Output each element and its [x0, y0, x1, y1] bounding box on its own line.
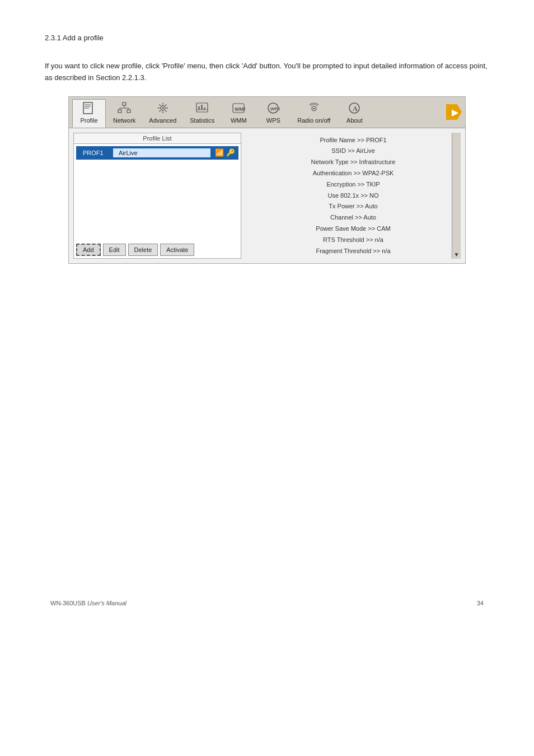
profile-row[interactable]: PROF1 AirLive 📶 🔑 [76, 146, 238, 160]
right-panel: Profile Name >> PROF1 SSID >> AirLive Ne… [246, 133, 461, 259]
statistics-tab-icon [195, 102, 209, 116]
tab-wmm-label: WMM [231, 117, 247, 124]
profile-ssid-cell: AirLive [113, 148, 210, 157]
edit-button[interactable]: Edit [103, 244, 126, 256]
profile-name-cell: PROF1 [79, 148, 113, 157]
right-container: Profile Name >> PROF1 SSID >> AirLive Ne… [246, 133, 461, 259]
tab-network[interactable]: Network [107, 99, 142, 127]
add-button[interactable]: Add [76, 244, 101, 256]
activate-button[interactable]: Activate [160, 244, 194, 256]
profile-list-header: Profile List [74, 133, 241, 144]
svg-line-19 [165, 110, 166, 111]
detail-tx-power: Tx Power >> Auto [249, 201, 457, 212]
svg-line-20 [165, 105, 166, 106]
svg-line-18 [159, 105, 160, 106]
tab-radio-label: Radio on/off [297, 117, 330, 124]
tab-network-label: Network [113, 117, 135, 124]
left-panel: Profile List PROF1 AirLive 📶 🔑 Add Edit … [73, 133, 241, 259]
description-text: If you want to click new profile, click … [45, 60, 489, 84]
detail-network-type: Network Type >> Infrastructure [249, 157, 457, 168]
detail-profile-name: Profile Name >> PROF1 [249, 135, 457, 146]
svg-rect-25 [201, 105, 203, 110]
scroll-down-arrow[interactable]: ▼ [452, 250, 461, 259]
footer-left: WN-360USB User's Manual [50, 600, 127, 606]
svg-rect-26 [204, 108, 205, 110]
tab-statistics-label: Statistics [190, 117, 214, 124]
network-tab-icon [118, 102, 131, 116]
svg-text:WPS: WPS [270, 106, 280, 111]
svg-rect-4 [83, 102, 85, 110]
tab-bar: Profile Network [69, 97, 465, 128]
detail-encryption: Encryption >> TKIP [249, 179, 457, 190]
wps-tab-icon: WPS [266, 102, 280, 116]
tab-wps-label: WPS [266, 117, 280, 124]
tab-advanced[interactable]: Advanced [143, 99, 182, 127]
profile-icons: 📶 🔑 [215, 148, 235, 157]
detail-authentication: Authentication >> WPA2-PSK [249, 168, 457, 179]
svg-text:WMM: WMM [235, 106, 245, 112]
wmm-tab-icon: WMM [232, 102, 245, 116]
detail-rts-threshold: RTS Threshold >> n/a [249, 235, 457, 246]
tab-statistics[interactable]: Statistics [184, 99, 221, 127]
detail-fragment-threshold: Fragment Threshold >> n/a [249, 246, 457, 257]
app-window: Profile Network [68, 96, 466, 264]
tab-profile-label: Profile [80, 117, 97, 124]
advanced-tab-icon [156, 102, 170, 116]
detail-ssid: SSID >> AirLive [249, 146, 457, 157]
forward-arrow-button[interactable]: ▶ [446, 104, 462, 120]
svg-text:A: A [353, 105, 358, 113]
tab-wmm[interactable]: WMM WMM [222, 99, 255, 127]
delete-button[interactable]: Delete [128, 244, 158, 256]
detail-power-save: Power Save Mode >> CAM [249, 223, 457, 235]
tab-about-label: About [346, 117, 363, 124]
profile-lock-icon: 🔑 [226, 148, 235, 157]
tab-radio[interactable]: Radio on/off [291, 99, 336, 127]
profile-tab-icon [82, 102, 96, 116]
svg-point-13 [162, 108, 163, 109]
detail-8021x: Use 802.1x >> NO [249, 190, 457, 202]
svg-rect-5 [123, 102, 126, 105]
svg-rect-7 [127, 110, 130, 113]
svg-rect-6 [118, 110, 121, 113]
svg-point-32 [313, 108, 315, 110]
footer-page-number: 34 [477, 600, 484, 606]
detail-channel: Channel >> Auto [249, 212, 457, 223]
radio-tab-icon [307, 102, 321, 116]
svg-line-21 [159, 110, 160, 111]
tab-profile[interactable]: Profile [72, 99, 106, 128]
section-title: 2.3.1 Add a profile [45, 34, 489, 42]
profile-signal-icon: 📶 [215, 148, 224, 157]
bottom-buttons: Add Edit Delete Activate [74, 240, 241, 258]
svg-rect-24 [198, 106, 200, 110]
tab-about[interactable]: A About [338, 99, 371, 127]
content-area: Profile List PROF1 AirLive 📶 🔑 Add Edit … [69, 128, 465, 264]
tab-advanced-label: Advanced [149, 117, 176, 124]
tab-wps[interactable]: WPS WPS [256, 99, 290, 127]
about-tab-icon: A [348, 102, 361, 116]
